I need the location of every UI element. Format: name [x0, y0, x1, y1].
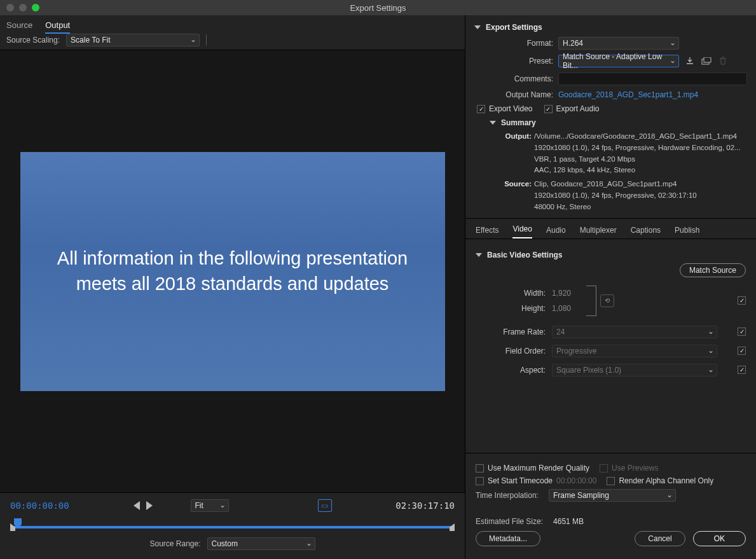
field-order-label: Field Order: — [476, 347, 546, 355]
use-previews-checkbox — [600, 464, 608, 473]
tab-multiplexer[interactable]: Multiplexer — [580, 222, 617, 238]
summary-output-line: 1920x1080 (1.0), 24 fps, Progressive, Ha… — [534, 142, 741, 154]
tab-captions[interactable]: Captions — [631, 222, 661, 238]
export-video-checkbox[interactable] — [477, 105, 485, 113]
summary-source-line: Clip, Goodacre_2018_AGD_Sec1part1.mp4 — [534, 179, 697, 190]
tab-video[interactable]: Video — [512, 221, 532, 238]
height-value[interactable]: 1,080 — [552, 304, 584, 313]
maximize-window-icon[interactable] — [32, 4, 39, 11]
video-preview: All information in the following present… — [20, 152, 445, 391]
minimize-window-icon[interactable] — [19, 4, 27, 11]
export-audio-label: Export Audio — [556, 104, 600, 113]
window-controls — [0, 4, 39, 11]
aspect-select[interactable]: Square Pixels (1.0) — [552, 364, 717, 376]
source-scaling-label: Source Scaling: — [6, 36, 60, 45]
export-audio-checkbox[interactable] — [544, 105, 553, 113]
frame-rate-label: Frame Rate: — [476, 328, 546, 336]
aspect-label: Aspect: — [476, 366, 546, 375]
set-start-timecode-label: Set Start Timecode — [488, 476, 553, 485]
save-preset-icon[interactable] — [684, 56, 696, 66]
import-preset-icon[interactable] — [701, 56, 712, 66]
aspect-ratio-icon[interactable]: ▭ — [318, 499, 332, 512]
dimension-bracket — [586, 286, 596, 316]
timecode-in[interactable]: 00:00:00:00 — [10, 500, 69, 511]
chevron-down-icon[interactable] — [490, 121, 496, 125]
summary-output-line: /Volume.../Goodcare/Goodacre_2018_AGD_Se… — [534, 131, 741, 142]
use-previews-label: Use Previews — [612, 464, 658, 473]
cancel-button[interactable]: Cancel — [635, 531, 685, 546]
source-range-select[interactable]: Custom — [207, 537, 315, 550]
out-point-handle[interactable] — [450, 523, 455, 531]
basic-video-settings-heading: Basic Video Settings — [487, 251, 562, 259]
source-range-label: Source Range: — [149, 539, 200, 548]
svg-rect-1 — [704, 57, 711, 62]
summary-source-label: Source: — [498, 179, 532, 212]
frame-rate-select[interactable]: 24 — [552, 326, 717, 338]
render-alpha-checkbox[interactable] — [607, 477, 615, 485]
chevron-down-icon[interactable] — [474, 25, 481, 29]
output-name-label: Output Name: — [496, 90, 553, 99]
separator — [206, 34, 207, 46]
preset-label: Preset: — [496, 57, 553, 66]
link-dimensions-icon[interactable]: ⟲ — [600, 294, 614, 307]
field-order-select[interactable]: Progressive — [552, 345, 717, 357]
step-forward-icon[interactable] — [146, 501, 153, 510]
chevron-down-icon[interactable] — [476, 253, 482, 257]
height-label: Height: — [476, 304, 546, 313]
estimated-file-size-label: Estimated File Size: — [476, 517, 543, 526]
aspect-lock-checkbox[interactable] — [738, 366, 746, 374]
field-order-lock-checkbox[interactable] — [738, 347, 746, 355]
width-label: Width: — [476, 289, 546, 298]
window-title: Export Settings — [350, 3, 406, 13]
tab-audio[interactable]: Audio — [546, 222, 566, 238]
delete-preset-icon — [717, 56, 729, 66]
summary-output-line: VBR, 1 pass, Target 4.20 Mbps — [534, 154, 741, 165]
export-settings-heading: Export Settings — [486, 23, 542, 32]
output-name-link[interactable]: Goodacre_2018_AGD_Sec1part1_1.mp4 — [558, 90, 698, 99]
time-interpolation-select[interactable]: Frame Sampling — [549, 489, 676, 502]
tab-output[interactable]: Output — [45, 18, 70, 34]
time-interpolation-label: Time Interpolation: — [476, 491, 539, 500]
start-timecode-value: 00:00:00:00 — [556, 476, 596, 485]
summary-source-line: 48000 Hz, Stereo — [534, 202, 697, 213]
format-select[interactable]: H.264 — [558, 37, 679, 50]
tab-publish[interactable]: Publish — [675, 222, 699, 238]
use-max-render-checkbox[interactable] — [476, 464, 484, 473]
timeline[interactable] — [10, 518, 455, 531]
titlebar: Export Settings — [0, 0, 756, 15]
dimensions-lock-checkbox[interactable] — [738, 296, 746, 305]
zoom-select[interactable]: Fit — [191, 499, 229, 512]
set-start-timecode-checkbox[interactable] — [476, 477, 484, 485]
ok-button[interactable]: OK — [693, 531, 746, 546]
step-back-icon[interactable] — [134, 501, 140, 510]
render-alpha-label: Render Alpha Channel Only — [619, 476, 713, 485]
summary-heading: Summary — [501, 118, 536, 127]
frame-rate-lock-checkbox[interactable] — [738, 328, 746, 336]
tab-effects[interactable]: Effects — [476, 222, 498, 238]
estimated-file-size-value: 4651 MB — [553, 517, 584, 526]
comments-label: Comments: — [496, 74, 553, 83]
format-label: Format: — [496, 39, 553, 48]
width-value[interactable]: 1,920 — [552, 289, 584, 298]
source-scaling-select[interactable]: Scale To Fit — [66, 34, 200, 46]
export-video-label: Export Video — [489, 104, 533, 113]
metadata-button[interactable]: Metadata... — [476, 531, 540, 546]
summary-output-line: AAC, 128 kbps, 44 kHz, Stereo — [534, 165, 741, 176]
preview-slide-text: All information in the following present… — [42, 246, 423, 296]
match-source-button[interactable]: Match Source — [680, 263, 746, 277]
tab-source[interactable]: Source — [6, 18, 32, 34]
use-max-render-label: Use Maximum Render Quality — [488, 464, 589, 473]
comments-input[interactable] — [558, 72, 747, 85]
preview-pane: Source Output Source Scaling: Scale To F… — [0, 15, 465, 559]
close-window-icon[interactable] — [6, 4, 14, 11]
summary-source-line: 1920x1080 (1.0), 24 fps, Progressive, 02… — [534, 190, 697, 202]
preset-select[interactable]: Match Source - Adaptive Low Bit... — [558, 55, 679, 67]
timecode-out: 02:30:17:10 — [395, 500, 455, 511]
summary-output-label: Output: — [498, 131, 532, 176]
